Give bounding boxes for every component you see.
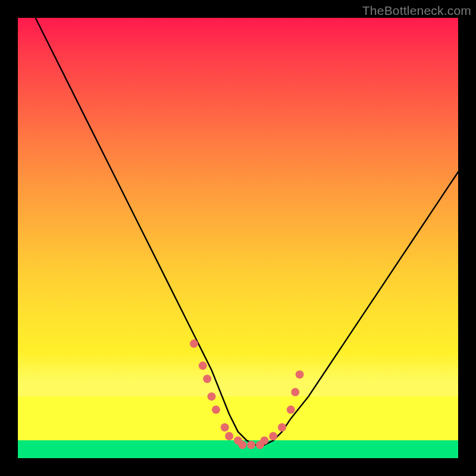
highlight-dots [190, 340, 304, 449]
bottleneck-curve [36, 18, 458, 445]
highlight-dot [221, 423, 229, 431]
highlight-dot [203, 375, 211, 383]
curve-svg [18, 18, 458, 458]
highlight-dot [225, 432, 233, 440]
highlight-dot [238, 441, 246, 449]
highlight-dot [247, 441, 255, 449]
plot-area [18, 18, 458, 458]
highlight-dot [190, 340, 198, 348]
highlight-dot [212, 406, 220, 414]
highlight-dot [199, 362, 207, 370]
highlight-dot [287, 406, 295, 414]
highlight-dot [269, 432, 277, 440]
highlight-dot [291, 388, 299, 396]
highlight-dot [208, 392, 216, 400]
highlight-dot [260, 436, 268, 444]
watermark-text: TheBottleneck.com [362, 4, 471, 18]
highlight-dot [278, 423, 286, 431]
chart-frame: TheBottleneck.com [0, 0, 476, 476]
highlight-dot [296, 370, 304, 378]
